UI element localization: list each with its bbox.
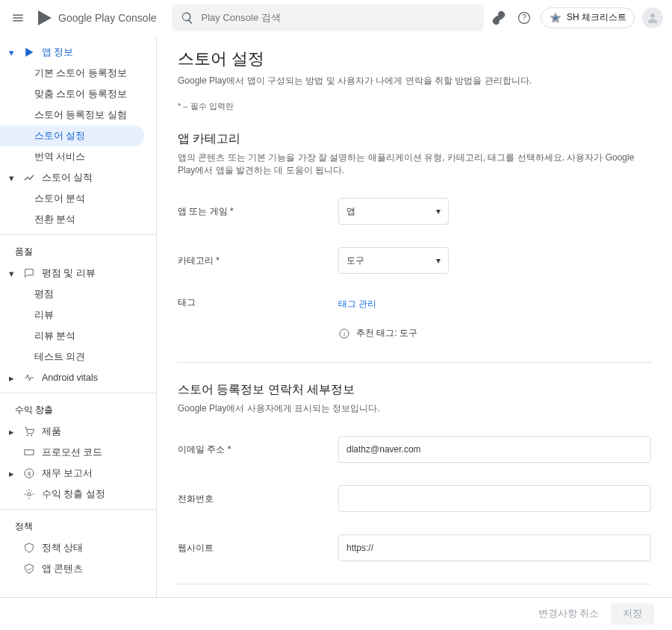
svg-point-8	[28, 493, 31, 496]
avatar[interactable]	[642, 7, 663, 28]
sidebar-item-products[interactable]: ▸ 제품	[0, 421, 156, 442]
checklist-label: SH 체크리스트	[567, 11, 626, 24]
dollar-icon: $	[22, 467, 36, 480]
svg-point-2	[650, 13, 655, 18]
gear-icon	[22, 487, 36, 501]
discard-button[interactable]: 변경사항 취소	[538, 608, 599, 620]
sidebar-item-store-analysis[interactable]: 스토어 분석	[0, 188, 156, 209]
chevron-right-icon: ▸	[9, 426, 16, 437]
save-button[interactable]: 저장	[611, 603, 654, 625]
page-title: 스토어 설정	[178, 48, 651, 70]
search-bar[interactable]	[172, 4, 484, 31]
sidebar-item-monetize-setup[interactable]: 수익 창출 설정	[0, 484, 156, 505]
sidebar-item-app-info[interactable]: ▾ 앱 정보	[0, 42, 156, 63]
footer-bar: 변경사항 취소 저장	[0, 597, 672, 630]
sidebar: ▾ 앱 정보 기본 스토어 등록정보 맞춤 스토어 등록정보 스토어 등록정보 …	[0, 36, 157, 630]
checklist-chip[interactable]: SH 체크리스트	[541, 7, 635, 28]
select-value: 도구	[346, 255, 364, 267]
label-email: 이메일 주소 *	[178, 443, 338, 456]
sidebar-item-test-feedback[interactable]: 테스트 의견	[0, 346, 156, 367]
input-website[interactable]	[338, 534, 651, 561]
sidebar-item-translation[interactable]: 번역 서비스	[0, 146, 156, 167]
section-desc-contact: Google Play에서 사용자에게 표시되는 정보입니다.	[178, 402, 651, 415]
sidebar-item-android-vitals[interactable]: ▸ Android vitals	[0, 367, 156, 388]
label-phone: 전화번호	[178, 493, 338, 505]
chevron-down-icon: ▾	[9, 172, 16, 184]
menu-icon[interactable]	[9, 9, 27, 27]
section-title-category: 앱 카테고리	[178, 131, 651, 147]
label-website: 웹사이트	[178, 542, 338, 555]
svg-text:?: ?	[522, 13, 526, 22]
info-icon: i	[338, 328, 350, 340]
input-phone[interactable]	[338, 485, 651, 512]
logo[interactable]: Google Play Console	[36, 9, 157, 27]
chevron-down-icon: ▾	[9, 47, 16, 58]
sidebar-item-listing-experiment[interactable]: 스토어 등록정보 실험	[0, 105, 156, 125]
chevron-down-icon: ▾	[436, 255, 441, 266]
svg-point-3	[27, 434, 28, 436]
divider	[178, 584, 651, 584]
label-category: 카테고리 *	[178, 255, 338, 267]
main-content: 스토어 설정 Google Play에서 앱이 구성되는 방법 및 사용자가 나…	[157, 36, 672, 597]
sidebar-item-app-content[interactable]: 앱 콘텐츠	[0, 558, 156, 579]
label-app-or-game: 앱 또는 게임 *	[178, 205, 338, 218]
ticket-icon	[22, 446, 36, 459]
sidebar-section-quality: 품질	[0, 234, 156, 263]
sidebar-item-ratings[interactable]: 평점	[0, 284, 156, 305]
sidebar-item-store-settings[interactable]: 스토어 설정	[0, 125, 144, 146]
section-desc-category: 앱의 콘텐츠 또는 기본 기능을 가장 잘 설명하는 애플리케이션 유형, 카테…	[178, 152, 651, 177]
link-tag-manage[interactable]: 태그 관리	[338, 299, 376, 309]
input-email[interactable]	[338, 436, 651, 463]
chevron-down-icon: ▾	[436, 206, 441, 216]
select-category[interactable]: 도구 ▾	[338, 247, 449, 274]
sidebar-item-ratings-reviews[interactable]: ▾ 평점 및 리뷰	[0, 263, 156, 284]
chevron-right-icon: ▸	[9, 468, 16, 479]
play-icon	[22, 46, 36, 59]
vitals-icon	[22, 371, 36, 384]
sidebar-item-review-analysis[interactable]: 리뷰 분석	[0, 325, 156, 346]
sidebar-item-financial[interactable]: ▸ $ 재무 보고서	[0, 463, 156, 484]
chevron-right-icon: ▸	[9, 372, 16, 384]
required-note: * – 필수 입력란	[178, 101, 651, 112]
sidebar-label: 앱 정보	[42, 46, 73, 59]
sidebar-item-promo[interactable]: 프로모션 코드	[0, 442, 156, 463]
label-tag: 태그	[178, 296, 338, 309]
svg-text:i: i	[343, 330, 345, 337]
sidebar-item-basic-listing[interactable]: 기본 스토어 등록정보	[0, 63, 156, 84]
checklist-icon	[549, 11, 562, 25]
search-input[interactable]	[202, 12, 475, 23]
select-value: 앱	[346, 205, 355, 218]
shield-check-icon	[22, 562, 36, 576]
sidebar-item-store-perf[interactable]: ▾ 스토어 실적	[0, 167, 156, 188]
logo-text: Google Play Console	[58, 12, 157, 24]
play-logo-icon	[36, 9, 54, 27]
help-icon[interactable]: ?	[515, 9, 533, 27]
sidebar-item-policy-status[interactable]: 정책 상태	[0, 537, 156, 558]
sidebar-item-reviews[interactable]: 리뷰	[0, 305, 156, 325]
shield-icon	[22, 541, 36, 555]
message-icon	[22, 266, 36, 280]
svg-rect-5	[25, 450, 34, 455]
section-title-contact: 스토어 등록정보 연락처 세부정보	[178, 382, 651, 398]
search-icon	[181, 11, 194, 25]
svg-text:$: $	[28, 470, 31, 477]
divider	[178, 362, 651, 363]
sidebar-section-monetize: 수익 창출	[0, 393, 156, 421]
sidebar-item-custom-listing[interactable]: 맞춤 스토어 등록정보	[0, 84, 156, 105]
chevron-down-icon: ▾	[9, 268, 16, 279]
avatar-icon	[646, 11, 659, 25]
sidebar-item-conversion-analysis[interactable]: 전환 분석	[0, 209, 156, 230]
svg-point-4	[31, 434, 32, 436]
trend-icon	[22, 171, 36, 184]
cart-icon	[22, 425, 36, 438]
tag-hint-text: 추천 태그: 도구	[356, 327, 417, 340]
link-icon[interactable]	[490, 9, 508, 27]
sidebar-section-policy: 정책	[0, 509, 156, 537]
select-app-or-game[interactable]: 앱 ▾	[338, 198, 449, 225]
page-subtitle: Google Play에서 앱이 구성되는 방법 및 사용자가 나에게 연락을 …	[178, 75, 651, 87]
